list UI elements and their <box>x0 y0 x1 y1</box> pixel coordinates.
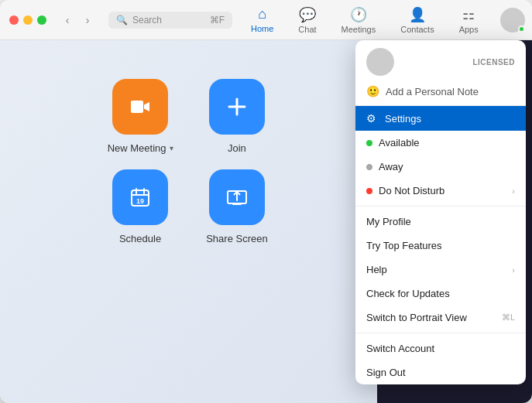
switch-account-label: Switch Account <box>366 343 434 354</box>
sign-out-label: Sign Out <box>366 367 406 378</box>
tab-home[interactable]: ⌂ Home <box>239 2 286 38</box>
home-panel: New Meeting ▾ Join <box>0 40 377 403</box>
away-label: Away <box>379 161 403 172</box>
note-icon: 🙂 <box>366 85 379 97</box>
traffic-lights <box>9 15 46 25</box>
menu-item-portrait-view[interactable]: Switch to Portrait View ⌘L <box>355 306 526 330</box>
chevron-right-icon: › <box>512 186 515 196</box>
search-icon: 🔍 <box>116 15 128 26</box>
menu-item-help[interactable]: Help › <box>355 258 526 282</box>
help-label: Help <box>366 264 387 275</box>
dnd-label: Do Not Disturb <box>379 185 444 196</box>
help-chevron-icon: › <box>512 265 515 275</box>
tab-contacts-label: Contacts <box>400 25 434 34</box>
tab-apps[interactable]: ⚏ Apps <box>447 2 491 39</box>
chat-icon: 💬 <box>299 6 316 23</box>
maximize-button[interactable] <box>37 15 46 25</box>
chevron-down-icon: ▾ <box>170 144 173 152</box>
new-meeting-item: New Meeting ▾ <box>108 79 173 154</box>
menu-divider-1 <box>355 206 526 207</box>
away-status-dot <box>366 164 372 170</box>
menu-divider-2 <box>355 333 526 333</box>
contacts-icon: 👤 <box>409 6 426 23</box>
avatar-button[interactable] <box>500 8 525 32</box>
dropdown-header: LICENSED <box>355 40 526 80</box>
menu-item-try-top-features[interactable]: Try Top Features <box>355 234 526 258</box>
join-button[interactable] <box>209 79 265 135</box>
menu-item-sign-out[interactable]: Sign Out <box>355 360 526 384</box>
close-button[interactable] <box>9 15 19 25</box>
back-button[interactable]: ‹ <box>59 12 76 29</box>
menu-item-do-not-disturb[interactable]: Do Not Disturb › <box>355 179 526 203</box>
tab-meetings[interactable]: 🕐 Meetings <box>329 2 389 39</box>
search-shortcut: ⌘F <box>210 15 225 26</box>
share-screen-item: Share Screen <box>204 169 270 244</box>
menu-item-away[interactable]: Away <box>355 155 526 179</box>
meetings-icon: 🕐 <box>350 6 367 23</box>
schedule-button[interactable]: 19 <box>112 169 168 225</box>
schedule-label: Schedule <box>119 233 161 244</box>
personal-note-item[interactable]: 🙂 Add a Personal Note <box>355 80 526 106</box>
portrait-view-shortcut: ⌘L <box>502 312 515 323</box>
action-grid: New Meeting ▾ Join <box>108 79 270 244</box>
share-screen-button[interactable] <box>209 169 265 225</box>
licensed-badge: LICENSED <box>472 58 515 67</box>
main-window: ‹ › 🔍 Search ⌘F ⌂ Home 💬 Chat 🕐 Meetings… <box>0 0 532 403</box>
menu-item-check-updates[interactable]: Check for Updates <box>355 282 526 306</box>
main-content: New Meeting ▾ Join <box>0 40 532 403</box>
apps-icon: ⚏ <box>462 6 475 23</box>
menu-item-available[interactable]: Available <box>355 131 526 155</box>
titlebar: ‹ › 🔍 Search ⌘F ⌂ Home 💬 Chat 🕐 Meetings… <box>0 0 532 40</box>
search-placeholder: Search <box>132 15 162 26</box>
dnd-status-dot <box>366 188 372 194</box>
available-label: Available <box>379 137 420 149</box>
user-avatar <box>366 48 394 76</box>
try-top-features-label: Try Top Features <box>366 240 442 251</box>
available-status-dot <box>366 140 372 146</box>
settings-label: Settings <box>385 113 421 125</box>
new-meeting-button[interactable] <box>112 79 168 135</box>
dropdown-menu: LICENSED 🙂 Add a Personal Note ⚙ Setting… <box>355 40 526 384</box>
nav-arrows: ‹ › <box>59 12 96 29</box>
forward-button[interactable]: › <box>79 12 96 29</box>
tab-home-label: Home <box>251 24 273 33</box>
tab-chat-label: Chat <box>298 25 316 34</box>
personal-note-label: Add a Personal Note <box>386 86 479 97</box>
my-profile-label: My Profile <box>366 216 411 227</box>
join-label: Join <box>228 142 246 154</box>
portrait-view-label: Switch to Portrait View <box>366 312 467 323</box>
top-nav: ⌂ Home 💬 Chat 🕐 Meetings 👤 Contacts ⚏ Ap… <box>239 2 525 39</box>
gear-icon: ⚙ <box>366 112 379 125</box>
search-bar[interactable]: 🔍 Search ⌘F <box>108 12 232 29</box>
tab-chat[interactable]: 💬 Chat <box>286 2 328 39</box>
schedule-item: 19 Schedule <box>108 169 173 244</box>
minimize-button[interactable] <box>23 15 33 25</box>
tab-apps-label: Apps <box>459 25 479 34</box>
home-icon: ⌂ <box>258 6 266 22</box>
tab-contacts[interactable]: 👤 Contacts <box>388 2 446 39</box>
menu-item-settings[interactable]: ⚙ Settings <box>355 106 526 131</box>
svg-text:19: 19 <box>136 197 144 205</box>
menu-item-my-profile[interactable]: My Profile <box>355 210 526 234</box>
status-indicator <box>518 26 525 32</box>
check-updates-label: Check for Updates <box>366 288 450 299</box>
join-item: Join <box>204 79 270 154</box>
share-screen-label: Share Screen <box>206 233 268 244</box>
menu-item-switch-account[interactable]: Switch Account <box>355 336 526 360</box>
tab-meetings-label: Meetings <box>342 25 376 34</box>
new-meeting-label: New Meeting ▾ <box>108 142 173 154</box>
